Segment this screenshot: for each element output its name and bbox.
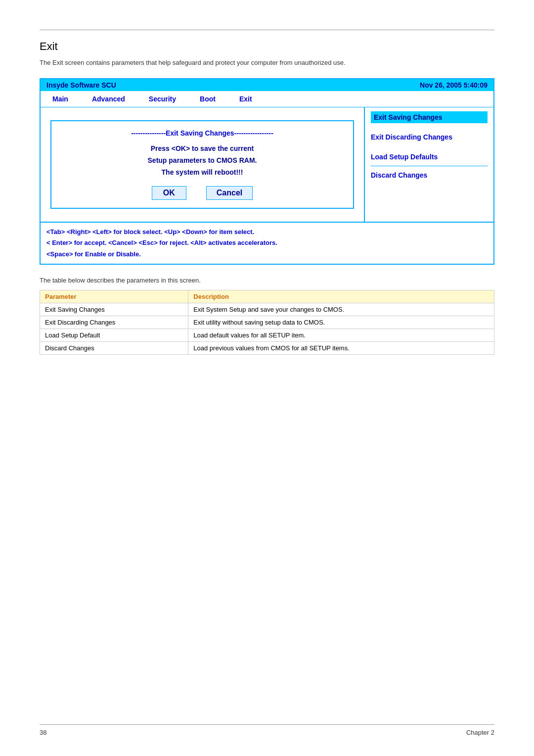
bios-body: ---------------Exit Saving Changes------… <box>41 107 493 222</box>
top-divider <box>40 30 494 30</box>
nav-security[interactable]: Security <box>137 93 188 105</box>
right-panel-divider <box>371 166 488 166</box>
bios-header: Insyde Software SCU Nov 26, 2005 5:40:09 <box>41 79 493 91</box>
page-title: Exit <box>40 40 494 53</box>
page-footer: 38 Chapter 2 <box>40 724 494 736</box>
chapter-label: Chapter 2 <box>466 729 494 736</box>
table-row: Load Setup DefaultLoad default values fo… <box>40 329 494 341</box>
table-row: Exit Saving ChangesExit System Setup and… <box>40 303 494 316</box>
help-line3: <Space> for Enable or Disable. <box>46 249 488 260</box>
nav-boot[interactable]: Boot <box>188 93 227 105</box>
help-line1: <Tab> <Right> <Left> for block select. <… <box>46 227 488 237</box>
nav-main[interactable]: Main <box>41 93 80 105</box>
intro-text: The Exit screen contains parameters that… <box>40 59 494 66</box>
desc-cell: Load default values for all SETUP item. <box>188 329 494 341</box>
bios-title: Insyde Software SCU <box>46 81 116 89</box>
exit-saving-dialog: ---------------Exit Saving Changes------… <box>50 120 354 209</box>
nav-advanced[interactable]: Advanced <box>80 93 137 105</box>
param-table: Parameter Description Exit Saving Change… <box>40 290 494 355</box>
bios-help: <Tab> <Right> <Left> for block select. <… <box>41 222 493 263</box>
help-line2: < Enter> for accept. <Cancel> <Esc> for … <box>46 237 488 248</box>
bios-datetime: Nov 26, 2005 5:40:09 <box>420 81 488 89</box>
dialog-line2: Setup parameters to CMOS RAM. <box>148 156 257 164</box>
bios-right-panel: Exit Saving Changes Exit Discarding Chan… <box>365 107 493 222</box>
menu-load-defaults[interactable]: Load Setup Defaults <box>371 151 488 163</box>
desc-cell: Exit utility without saving setup data t… <box>188 316 494 329</box>
bios-screen: Insyde Software SCU Nov 26, 2005 5:40:09… <box>40 78 494 265</box>
table-row: Discard ChangesLoad previous values from… <box>40 341 494 354</box>
menu-exit-discarding[interactable]: Exit Discarding Changes <box>371 131 488 143</box>
dialog-line1: Press <OK> to save the current <box>151 144 254 152</box>
nav-exit[interactable]: Exit <box>227 93 264 105</box>
desc-cell: Exit System Setup and save your changes … <box>188 303 494 316</box>
dialog-title: ---------------Exit Saving Changes------… <box>61 129 343 137</box>
table-row: Exit Discarding ChangesExit utility with… <box>40 316 494 329</box>
col-header-param: Parameter <box>40 290 188 303</box>
param-cell: Exit Discarding Changes <box>40 316 188 329</box>
param-cell: Exit Saving Changes <box>40 303 188 316</box>
page-number: 38 <box>40 729 46 736</box>
table-intro: The table below describes the parameters… <box>40 277 494 284</box>
bios-nav: Main Advanced Security Boot Exit <box>41 91 493 107</box>
param-cell: Discard Changes <box>40 341 188 354</box>
cancel-button[interactable]: Cancel <box>206 186 253 200</box>
dialog-buttons: OK Cancel <box>61 186 343 200</box>
col-header-desc: Description <box>188 290 494 303</box>
param-cell: Load Setup Default <box>40 329 188 341</box>
dialog-line3: The system will reboot!!! <box>162 168 243 176</box>
menu-exit-saving[interactable]: Exit Saving Changes <box>371 111 488 123</box>
ok-button[interactable]: OK <box>152 186 186 200</box>
bios-main-panel: ---------------Exit Saving Changes------… <box>41 107 365 222</box>
menu-discard-changes[interactable]: Discard Changes <box>371 169 488 181</box>
dialog-message: Press <OK> to save the current Setup par… <box>61 143 343 178</box>
desc-cell: Load previous values from CMOS for all S… <box>188 341 494 354</box>
